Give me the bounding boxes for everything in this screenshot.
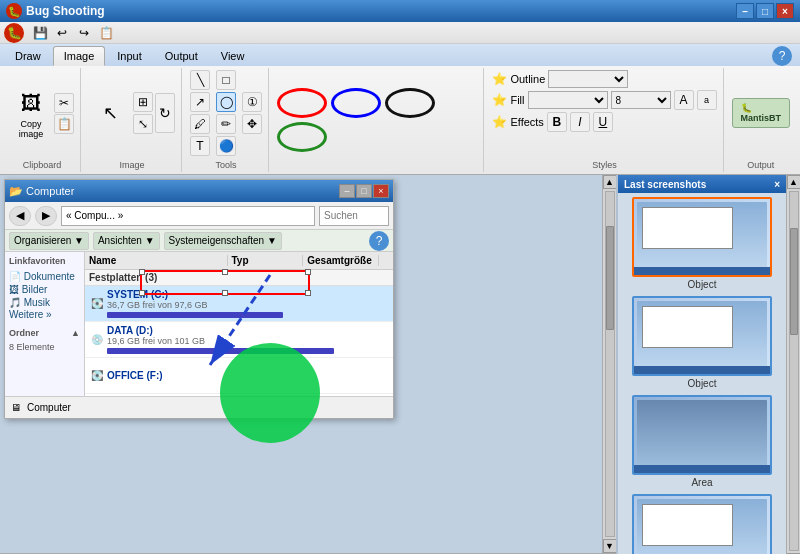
minimize-button[interactable]: – xyxy=(736,3,754,19)
save-button[interactable]: 💾 xyxy=(30,24,50,42)
screenshot-item-1[interactable]: Object xyxy=(622,197,782,290)
app-logo-icon: 🐛 xyxy=(4,23,24,43)
font-size-up-button[interactable]: A xyxy=(674,90,694,110)
main-area: 📂 Computer – □ × ◀ ▶ « Compu... » xyxy=(0,175,800,554)
rotate-button[interactable]: ↻ xyxy=(155,93,175,133)
fill-select[interactable] xyxy=(528,91,608,109)
ribbon-content: 🖼 Copyimage ✂ 📋 Clipboard ↖ ⊞ ⤡ xyxy=(0,66,800,174)
scroll-up-button[interactable]: ▲ xyxy=(603,175,617,189)
system-props-button[interactable]: Systemeigenschaften ▼ xyxy=(164,232,282,250)
underline-button[interactable]: U xyxy=(593,112,613,132)
tab-output[interactable]: Output xyxy=(154,46,209,66)
undo-button[interactable]: ↩ xyxy=(52,24,72,42)
right-panel: Last screenshots × Object xyxy=(616,175,786,554)
close-button[interactable]: × xyxy=(776,3,794,19)
copy-button[interactable]: 📋 xyxy=(96,24,116,42)
tab-image[interactable]: Image xyxy=(53,46,106,66)
line-tool-button[interactable]: ╲ xyxy=(190,70,210,90)
help-button[interactable]: ? xyxy=(772,46,792,66)
brush-tool-button[interactable]: 🖊 xyxy=(190,114,210,134)
screenshot-thumb-1[interactable] xyxy=(632,197,772,277)
screenshot-item-4[interactable]: Object xyxy=(622,494,782,554)
tools-label: Tools xyxy=(215,158,236,170)
explorer-more-link[interactable]: Weitere » xyxy=(9,309,80,320)
explorer-row-c[interactable]: 💽 SYSTEM (C:) 36,7 GB frei von 97,6 GB xyxy=(85,286,393,322)
select-button[interactable]: ↖ xyxy=(89,94,131,132)
screenshot-thumb-3[interactable] xyxy=(632,395,772,475)
image-buttons: ↖ ⊞ ⤡ ↻ xyxy=(89,70,175,156)
views-button[interactable]: Ansichten ▼ xyxy=(93,232,160,250)
crop-button[interactable]: ⊞ xyxy=(133,92,153,112)
resize-button[interactable]: ⤡ xyxy=(133,114,153,134)
style-presets xyxy=(277,70,477,170)
computer-icon: 🖥 xyxy=(11,402,21,413)
scroll-vertical-track[interactable] xyxy=(605,191,615,537)
explorer-maximize-button[interactable]: □ xyxy=(356,184,372,198)
font-size-select[interactable]: 8 xyxy=(611,91,671,109)
organize-button[interactable]: Organisieren ▼ xyxy=(9,232,89,250)
explorer-sidebar-documents[interactable]: 📄 Dokumente xyxy=(9,270,80,283)
screenshot-thumb-2[interactable] xyxy=(632,296,772,376)
tab-view[interactable]: View xyxy=(210,46,256,66)
explorer-sidebar-music[interactable]: 🎵 Musik xyxy=(9,296,80,309)
screenshot-item-2[interactable]: Object xyxy=(622,296,782,389)
drive-c-size: 36,7 GB frei von 97,6 GB xyxy=(107,300,391,310)
bold-button[interactable]: B xyxy=(547,112,567,132)
copy-image-button[interactable]: 🖼 Copyimage xyxy=(10,84,52,142)
explorer-address-text: « Compu... » xyxy=(66,210,123,221)
fill-label: Fill xyxy=(510,94,524,106)
fill-star-icon: ⭐ xyxy=(492,93,507,107)
italic-button[interactable]: I xyxy=(570,112,590,132)
drives-group-header: Festplatten (3) xyxy=(85,270,393,286)
cut-button[interactable]: ✂ xyxy=(54,93,74,113)
effects-star-icon: ⭐ xyxy=(492,115,507,129)
thumb-window-4 xyxy=(642,504,733,546)
screenshot-label-2: Object xyxy=(688,378,717,389)
mantis-logo: 🐛MantisBT xyxy=(732,98,791,128)
explorer-back-button[interactable]: ◀ xyxy=(9,206,31,226)
pen-tool-button[interactable]: ✏ xyxy=(216,114,236,134)
fill-row: ⭐ Fill 8 A a xyxy=(492,90,716,110)
explorer-col-name: Name xyxy=(85,255,228,266)
rect-tool-button[interactable]: □ xyxy=(216,70,236,90)
outline-select[interactable] xyxy=(548,70,628,88)
canvas-area[interactable]: 📂 Computer – □ × ◀ ▶ « Compu... » xyxy=(0,175,602,553)
title-bar-title: Bug Shooting xyxy=(26,4,105,18)
explorer-address-bar[interactable]: « Compu... » xyxy=(61,206,315,226)
explorer-minimize-button[interactable]: – xyxy=(339,184,355,198)
right-panel-close-icon[interactable]: × xyxy=(774,179,780,190)
drive-d-size: 19,6 GB frei von 101 GB xyxy=(107,336,391,346)
font-size-down-button[interactable]: a xyxy=(697,90,717,110)
red-oval-preset[interactable] xyxy=(277,88,327,118)
maximize-button[interactable]: □ xyxy=(756,3,774,19)
panel-scroll-up-button[interactable]: ▲ xyxy=(787,175,801,189)
output-group: 🐛MantisBT Output xyxy=(726,68,797,172)
title-bar-left: 🐛 Bug Shooting xyxy=(6,3,105,19)
tab-draw[interactable]: Draw xyxy=(4,46,52,66)
explorer-help-button[interactable]: ? xyxy=(369,231,389,251)
num-tool-button[interactable]: ① xyxy=(242,92,262,112)
marker-tool-button[interactable]: 🔵 xyxy=(216,136,236,156)
right-panel-scroll[interactable]: Object Object xyxy=(618,193,786,554)
scroll-down-button[interactable]: ▼ xyxy=(603,539,617,553)
tab-input[interactable]: Input xyxy=(106,46,152,66)
explorer-search-input[interactable] xyxy=(319,206,389,226)
explorer-close-button[interactable]: × xyxy=(373,184,389,198)
oval-tool-button[interactable]: ◯ xyxy=(216,92,236,112)
arrow-tool-button[interactable]: ↗ xyxy=(190,92,210,112)
text-tool-button[interactable]: T xyxy=(190,136,210,156)
black-oval-preset[interactable] xyxy=(385,88,435,118)
screenshot-thumb-4[interactable] xyxy=(632,494,772,554)
redo-button[interactable]: ↪ xyxy=(74,24,94,42)
scroll-vertical-thumb xyxy=(606,226,614,329)
green-oval-preset[interactable] xyxy=(277,122,327,152)
clipboard-label: Clipboard xyxy=(23,158,62,170)
explorer-forward-button[interactable]: ▶ xyxy=(35,206,57,226)
move-tool-button[interactable]: ✥ xyxy=(242,114,262,134)
blue-oval-preset[interactable] xyxy=(331,88,381,118)
paste-button[interactable]: 📋 xyxy=(54,114,74,134)
screenshot-item-3[interactable]: Area xyxy=(622,395,782,488)
panel-scroll-track[interactable] xyxy=(789,191,799,551)
drive-f-icon: 💽 xyxy=(87,370,107,381)
explorer-sidebar-images[interactable]: 🖼 Bilder xyxy=(9,283,80,296)
